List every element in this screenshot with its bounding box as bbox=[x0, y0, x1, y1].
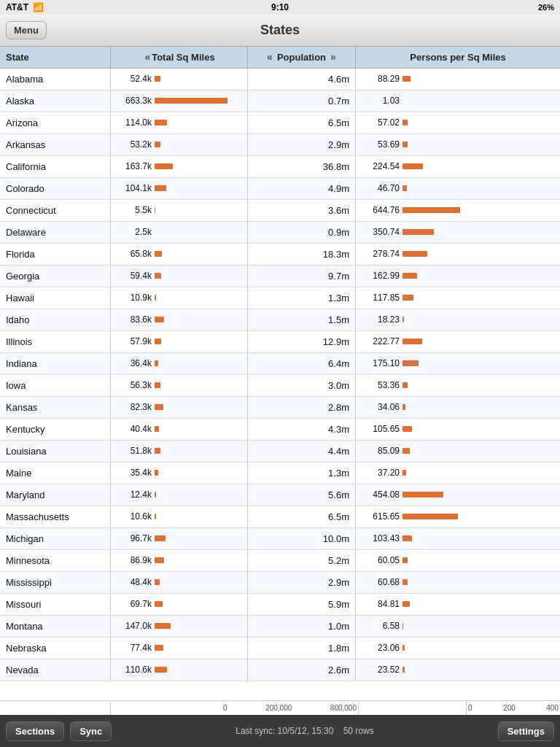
sections-button[interactable]: Sections bbox=[6, 721, 64, 741]
table-row[interactable]: Kansas 82.3k 2.8m 34.06 bbox=[0, 397, 560, 419]
cell-state: Alabama bbox=[0, 69, 111, 90]
persqmi-value: 57.02 bbox=[359, 117, 400, 128]
cell-population: 4.3m bbox=[248, 419, 356, 440]
page-title: States bbox=[260, 23, 300, 38]
table-row[interactable]: Delaware 2.5k 0.9m 350.74 bbox=[0, 222, 560, 244]
bottom-toolbar: Sections Sync Last sync: 10/5/12, 15:30 … bbox=[0, 715, 560, 747]
cell-state: Maryland bbox=[0, 484, 111, 506]
cell-state: Iowa bbox=[0, 375, 111, 396]
sqmiles-value: 59.4k bbox=[114, 271, 152, 281]
table-row[interactable]: Florida 65.8k 18.3m 278.74 bbox=[0, 244, 560, 266]
sqmiles-bar bbox=[155, 426, 159, 432]
persqmi-bar-container bbox=[402, 599, 557, 609]
table-row[interactable]: Illinois 57.9k 12.9m 222.77 bbox=[0, 331, 560, 353]
sqmiles-bar-container bbox=[155, 161, 244, 171]
cell-population: 9.7m bbox=[248, 266, 356, 287]
table-row[interactable]: Colorado 104.1k 4.9m 46.70 bbox=[0, 178, 560, 200]
table-row[interactable]: Michigan 96.7k 10.0m 103.43 bbox=[0, 528, 560, 550]
persqmi-bar bbox=[402, 273, 417, 279]
table-row[interactable]: Missouri 69.7k 5.9m 84.81 bbox=[0, 594, 560, 616]
sqmiles-value: 104.1k bbox=[114, 183, 152, 193]
table-row[interactable]: Maine 35.4k 1.3m 37.20 bbox=[0, 462, 560, 484]
arrow-sqmiles-left[interactable]: « bbox=[143, 51, 152, 63]
status-left: AT&T 📶 bbox=[6, 2, 44, 12]
cell-state: Massachusetts bbox=[0, 506, 111, 527]
persqmi-bar-container bbox=[402, 621, 557, 631]
sqmiles-bar-container bbox=[155, 621, 244, 631]
persqmi-bar bbox=[402, 448, 410, 454]
axis-sqmiles: 0 200,000 800,000 bbox=[222, 701, 359, 715]
table-row[interactable]: Indiana 36.4k 6.4m 175.10 bbox=[0, 353, 560, 375]
cell-population: 1.0m bbox=[248, 616, 356, 637]
sqmiles-bar bbox=[155, 163, 173, 169]
sqmiles-bar bbox=[155, 76, 160, 82]
sqmiles-bar bbox=[155, 601, 163, 607]
persqmi-bar-container bbox=[402, 643, 557, 653]
table-header: State « Total Sq Miles « Population » Pe… bbox=[0, 47, 560, 69]
cell-state: Florida bbox=[0, 244, 111, 265]
sqmiles-value: 77.4k bbox=[114, 643, 152, 653]
arrow-pop-right[interactable]: » bbox=[329, 51, 338, 63]
sqmiles-bar bbox=[155, 535, 166, 541]
table-row[interactable]: Georgia 59.4k 9.7m 162.99 bbox=[0, 266, 560, 287]
persqmi-value: 6.58 bbox=[359, 621, 400, 631]
axis-sqmiles-800k: 800,000 bbox=[330, 704, 357, 712]
table-row[interactable]: Minnesota 86.9k 5.2m 60.05 bbox=[0, 550, 560, 572]
table-row[interactable]: Montana 147.0k 1.0m 6.58 bbox=[0, 616, 560, 638]
table-row[interactable]: Alabama 52.4k 4.6m 88.29 bbox=[0, 69, 560, 90]
table-row[interactable]: Kentucky 40.4k 4.3m 105.65 bbox=[0, 419, 560, 441]
persqmi-bar-container bbox=[402, 293, 557, 303]
table-row[interactable]: Massachusetts 10.6k 6.5m 615.65 bbox=[0, 506, 560, 528]
table-row[interactable]: Hawaii 10.9k 1.3m 117.85 bbox=[0, 287, 560, 309]
cell-population: 2.6m bbox=[248, 659, 356, 681]
arrow-pop-left[interactable]: « bbox=[265, 51, 274, 63]
table-row[interactable]: Nebraska 77.4k 1.8m 23.06 bbox=[0, 638, 560, 659]
sqmiles-bar-container bbox=[155, 227, 244, 237]
settings-button[interactable]: Settings bbox=[498, 721, 554, 741]
persqmi-bar-container bbox=[402, 205, 557, 215]
persqmi-bar bbox=[402, 535, 412, 541]
cell-sqmiles: 51.8k bbox=[111, 441, 248, 462]
sqmiles-value: 82.3k bbox=[114, 402, 152, 412]
table-row[interactable]: California 163.7k 36.8m 224.54 bbox=[0, 156, 560, 178]
sqmiles-bar bbox=[155, 360, 158, 366]
sqmiles-bar-container bbox=[155, 533, 244, 543]
sqmiles-bar-container bbox=[155, 665, 244, 675]
persqmi-bar-container bbox=[402, 227, 557, 237]
persqmi-bar-container bbox=[402, 139, 557, 150]
persqmi-value: 454.08 bbox=[359, 489, 400, 500]
cell-sqmiles: 40.4k bbox=[111, 419, 248, 440]
col-header-population: « Population » bbox=[248, 47, 356, 68]
table-row[interactable]: Connecticut 5.5k 3.6m 644.76 bbox=[0, 200, 560, 222]
sqmiles-value: 2.5k bbox=[114, 227, 152, 237]
table-row[interactable]: Nevada 110.6k 2.6m 23.52 bbox=[0, 659, 560, 681]
sqmiles-bar bbox=[155, 185, 166, 191]
persqmi-bar-container bbox=[402, 468, 557, 478]
persqmi-bar-container bbox=[402, 96, 557, 106]
table-body[interactable]: Alabama 52.4k 4.6m 88.29 Alaska 663.3k 0… bbox=[0, 69, 560, 700]
table-row[interactable]: Alaska 663.3k 0.7m 1.03 bbox=[0, 90, 560, 112]
cell-persqmi: 57.02 bbox=[356, 112, 560, 133]
cell-state: Kentucky bbox=[0, 419, 111, 440]
cell-persqmi: 117.85 bbox=[356, 287, 560, 309]
table-row[interactable]: Maryland 12.4k 5.6m 454.08 bbox=[0, 484, 560, 506]
table-row[interactable]: Iowa 56.3k 3.0m 53.36 bbox=[0, 375, 560, 397]
table-row[interactable]: Idaho 83.6k 1.5m 18.23 bbox=[0, 309, 560, 331]
table-row[interactable]: Louisiana 51.8k 4.4m 85.09 bbox=[0, 441, 560, 462]
cell-persqmi: 53.36 bbox=[356, 375, 560, 396]
table-row[interactable]: Arizona 114.0k 6.5m 57.02 bbox=[0, 112, 560, 134]
cell-state: Maine bbox=[0, 462, 111, 484]
cell-sqmiles: 77.4k bbox=[111, 638, 248, 659]
cell-population: 0.9m bbox=[248, 222, 356, 243]
sync-button[interactable]: Sync bbox=[70, 721, 112, 741]
persqmi-bar-container bbox=[402, 117, 557, 128]
persqmi-value: 46.70 bbox=[359, 183, 400, 193]
col-header-persqmi: Persons per Sq Miles bbox=[356, 47, 560, 68]
sqmiles-value: 83.6k bbox=[114, 314, 152, 325]
sqmiles-bar-container bbox=[155, 183, 244, 193]
table-row[interactable]: Mississippi 48.4k 2.9m 60.68 bbox=[0, 572, 560, 594]
menu-button[interactable]: Menu bbox=[6, 21, 47, 39]
cell-persqmi: 18.23 bbox=[356, 309, 560, 330]
table-row[interactable]: Arkansas 53.2k 2.9m 53.69 bbox=[0, 134, 560, 156]
persqmi-value: 105.65 bbox=[359, 424, 400, 434]
